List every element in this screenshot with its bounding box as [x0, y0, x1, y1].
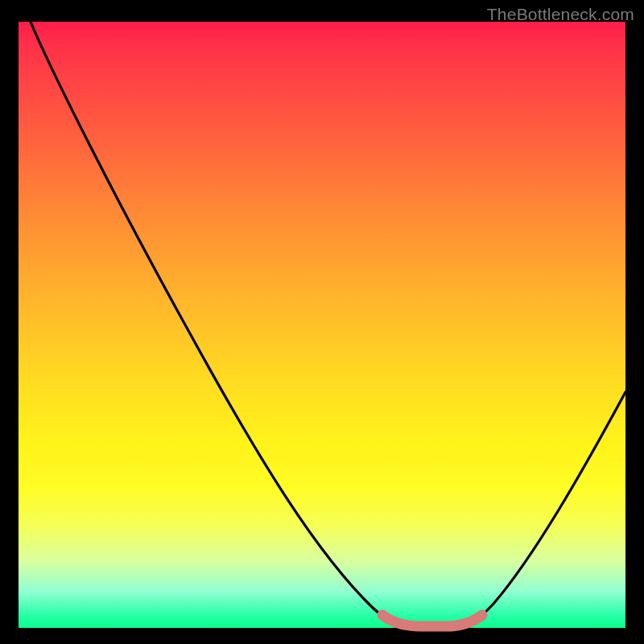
- optimal-band: [382, 615, 482, 626]
- watermark-text: TheBottleneck.com: [487, 5, 634, 24]
- bottleneck-curve: [31, 22, 625, 625]
- bottleneck-chart-svg: [19, 22, 625, 628]
- plot-area: [19, 22, 625, 628]
